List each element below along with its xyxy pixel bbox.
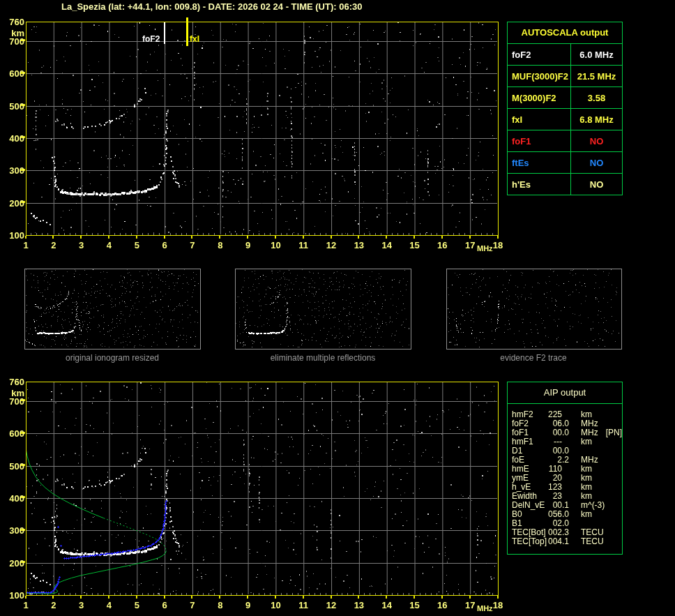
row-label: ftEs [508, 152, 571, 173]
y-tick-label: 400 [5, 493, 24, 504]
table-row: h'EsNO [508, 174, 622, 195]
row-label: h'Es [508, 174, 571, 195]
x-tick-label: 15 [409, 240, 419, 250]
x-tick-label: 13 [354, 600, 364, 610]
row-label: fxI [508, 109, 571, 130]
autoscala-table-header: AUTOSCALA output [508, 22, 622, 44]
thumbnail-caption-evidence: evidence F2 trace [500, 353, 566, 363]
x-tick-label: 16 [437, 600, 447, 610]
x-tick-label: 5 [135, 600, 139, 610]
thumbnail-caption-eliminate: eliminate multiple reflections [271, 353, 376, 363]
page-title: La_Spezia (lat: +44.1, lon: 009.8) - DAT… [61, 1, 362, 12]
y-tick-label: 400 [5, 133, 24, 144]
y-tick-label: 500 [5, 461, 24, 472]
y-tick-label: 760 [5, 17, 24, 27]
table-row: foF26.0 MHz [508, 44, 622, 66]
table-row: MUF(3000)F221.5 MHz [508, 66, 622, 87]
row-unit: km [581, 510, 609, 519]
thumbnail-caption-original: original ionogram resized [66, 353, 159, 363]
y-tick-label: 600 [5, 428, 24, 439]
x-tick-label: 6 [162, 240, 167, 250]
row-value-frac: .0 [562, 428, 570, 437]
aip-table-rows: hmF2225kmfoF206.0MHzfoF100.0MHz[PN]hmF1-… [508, 410, 622, 546]
x-tick-label: 9 [245, 600, 250, 610]
y-tick-label: 700 [5, 36, 24, 47]
x-tick-label: 17 [465, 600, 475, 610]
x-tick-label: 10 [271, 240, 280, 250]
x-tick-label: 8 [218, 240, 222, 250]
row-unit: km [581, 437, 609, 446]
row-label: foF1 [508, 130, 571, 151]
x-tick-label: 9 [245, 240, 250, 250]
x-tick-label: 15 [409, 600, 419, 610]
row-value: NO [571, 152, 622, 173]
y-tick-label: 600 [5, 68, 24, 79]
x-tick-label: 10 [271, 600, 280, 610]
aip-output-table: AIP output hmF2225kmfoF206.0MHzfoF100.0M… [507, 382, 623, 555]
table-row: M(3000)F23.58 [508, 87, 622, 109]
y-tick-label: 100 [5, 230, 24, 241]
x-tick-label: 4 [107, 240, 112, 250]
row-value-frac: .1 [562, 537, 570, 546]
row-label: M(3000)F2 [508, 87, 571, 108]
table-row: ftEsNO [508, 152, 622, 174]
y-tick-label: 300 [5, 165, 24, 176]
x-axis-unit: MHz [477, 604, 493, 613]
fxi-marker-label: fxI [190, 34, 199, 44]
row-value: 21.5 MHz [571, 66, 622, 87]
y-tick-label: 760 [5, 377, 24, 387]
y-tick-label: 200 [5, 198, 24, 209]
row-extra: [PN] [606, 428, 622, 437]
row-value: 6.8 MHz [571, 109, 622, 130]
y-tick-label: 200 [5, 558, 24, 569]
row-value: NO [571, 174, 622, 195]
row-unit: TECU [581, 537, 609, 546]
table-row: fxI6.8 MHz [508, 109, 622, 130]
x-tick-label: 12 [326, 600, 336, 610]
y-tick-label: 100 [5, 590, 24, 601]
x-tick-label: 1 [23, 600, 28, 610]
y-tick-label: 300 [5, 525, 24, 536]
x-tick-label: 6 [162, 600, 167, 610]
x-tick-label: 3 [79, 600, 84, 610]
x-tick-label: 14 [381, 240, 391, 250]
x-tick-label: 7 [190, 240, 195, 250]
row-label: TEC[Top] [512, 537, 547, 546]
x-tick-label: 7 [190, 600, 195, 610]
autoscala-output-table: AUTOSCALA output foF26.0 MHzMUF(3000)F22… [507, 22, 623, 195]
x-tick-label: 18 [493, 240, 503, 250]
row-value-frac [562, 474, 570, 483]
fof2-marker-label: foF2 [142, 34, 160, 44]
x-tick-label: 4 [107, 600, 112, 610]
table-row: foF1NO [508, 130, 622, 152]
table-row: TEC[Top]004.1TECU [508, 537, 622, 546]
x-tick-label: 1 [23, 240, 28, 250]
row-value-frac: .2 [562, 456, 570, 465]
row-label: foF2 [508, 44, 571, 65]
x-tick-label: 3 [79, 240, 84, 250]
row-value: 6.0 MHz [571, 44, 622, 65]
x-tick-label: 14 [381, 600, 391, 610]
row-value-frac [562, 465, 570, 474]
row-value-int: 004 [547, 537, 562, 546]
x-tick-label: 18 [493, 600, 503, 610]
x-tick-label: 11 [298, 600, 308, 610]
x-tick-label: 11 [298, 240, 308, 250]
row-value: 3.58 [571, 87, 622, 108]
row-value-frac [562, 483, 570, 492]
row-label: MUF(3000)F2 [508, 66, 571, 87]
x-tick-label: 13 [354, 240, 364, 250]
y-tick-label: 700 [5, 396, 24, 407]
x-tick-label: 2 [51, 600, 56, 610]
x-tick-label: 8 [218, 600, 222, 610]
autoscala-table-rows: foF26.0 MHzMUF(3000)F221.5 MHzM(3000)F23… [508, 44, 622, 195]
x-tick-label: 5 [135, 240, 139, 250]
x-tick-label: 16 [437, 240, 447, 250]
aip-table-header: AIP output [508, 382, 622, 404]
y-tick-label: 500 [5, 101, 24, 112]
x-tick-label: 12 [326, 240, 336, 250]
row-value: NO [571, 130, 622, 151]
x-tick-label: 17 [465, 240, 475, 250]
x-axis-unit: MHz [477, 244, 493, 253]
x-tick-label: 2 [51, 240, 56, 250]
